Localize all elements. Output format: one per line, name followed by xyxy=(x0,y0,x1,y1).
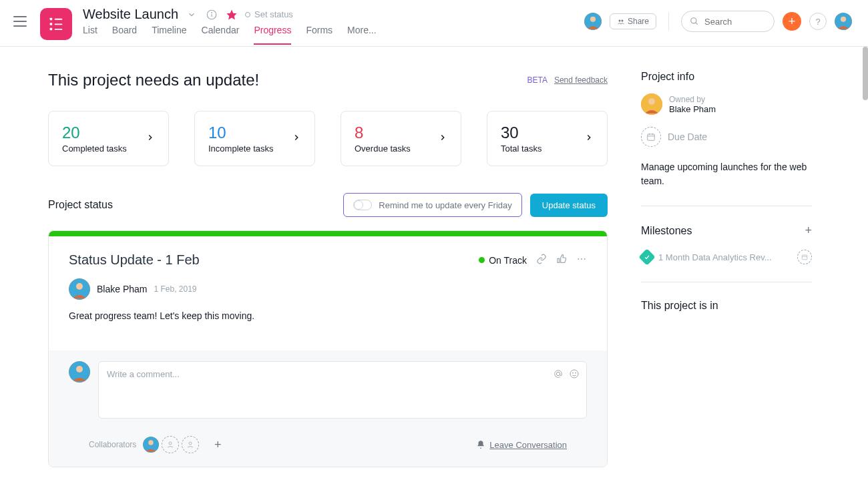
remind-toggle[interactable] xyxy=(353,200,372,210)
svg-point-25 xyxy=(556,372,560,375)
owned-by-label: Owned by xyxy=(669,95,716,104)
tab-more[interactable]: More... xyxy=(347,25,377,45)
tab-board[interactable]: Board xyxy=(112,25,137,45)
stat-incomplete[interactable]: 10Incomplete tasks xyxy=(194,111,315,166)
svg-point-11 xyxy=(590,17,596,22)
owner-name: Blake Pham xyxy=(669,104,716,114)
project-tabs: List Board Timeline Calendar Progress Fo… xyxy=(83,25,584,45)
svg-rect-2 xyxy=(50,23,53,25)
svg-point-13 xyxy=(621,20,623,22)
collaborators-row: Collaborators + Leave Conversation xyxy=(69,429,587,453)
svg-point-31 xyxy=(169,442,172,445)
svg-line-15 xyxy=(696,23,698,25)
empty-collaborator-icon[interactable] xyxy=(162,436,179,453)
stat-completed[interactable]: 20Completed tasks xyxy=(48,111,169,166)
project-info-title: Project info xyxy=(641,71,812,83)
status-head: Project status Remind me to update every… xyxy=(48,193,608,217)
info-icon[interactable] xyxy=(205,8,218,21)
svg-rect-39 xyxy=(802,255,807,260)
search-field[interactable] xyxy=(704,17,765,27)
svg-point-30 xyxy=(149,440,154,445)
user-avatar[interactable] xyxy=(835,13,852,30)
due-date-row[interactable]: Due Date xyxy=(641,127,812,147)
commenter-avatar[interactable] xyxy=(69,361,90,383)
owner-row[interactable]: Owned by Blake Pham xyxy=(641,93,812,115)
title-area: Website Launch Set status List Board Tim… xyxy=(83,7,584,45)
svg-rect-5 xyxy=(55,29,63,30)
thumbs-up-icon[interactable] xyxy=(556,254,567,266)
svg-point-27 xyxy=(572,373,573,373)
svg-point-20 xyxy=(584,258,586,260)
add-collaborator-button[interactable]: + xyxy=(210,437,226,453)
add-milestone-button[interactable]: + xyxy=(805,224,812,238)
stats-row: 20Completed tasks 10Incomplete tasks 8Ov… xyxy=(48,111,608,166)
status-card: Status Update - 1 Feb On Track Blake Pha… xyxy=(48,230,608,467)
mention-icon[interactable] xyxy=(553,369,564,381)
status-state: On Track xyxy=(479,255,527,266)
share-button[interactable]: Share xyxy=(610,13,656,29)
separator xyxy=(668,12,669,31)
search-input[interactable] xyxy=(681,11,775,32)
beta-badge: BETA xyxy=(527,75,547,85)
project-in-title: This project is in xyxy=(641,300,812,312)
add-button[interactable]: + xyxy=(783,12,801,31)
svg-point-12 xyxy=(618,20,620,22)
menu-toggle-icon[interactable] xyxy=(13,16,27,27)
svg-rect-1 xyxy=(55,19,63,20)
svg-rect-3 xyxy=(55,23,63,25)
empty-collaborator-icon[interactable] xyxy=(182,436,199,453)
author-date: 1 Feb, 2019 xyxy=(154,284,196,294)
status-body-text: Great progress team! Let's keep this mov… xyxy=(69,310,587,321)
star-icon[interactable] xyxy=(225,8,238,21)
member-avatar[interactable] xyxy=(584,13,602,30)
svg-rect-4 xyxy=(50,28,53,31)
divider xyxy=(641,282,812,282)
svg-point-28 xyxy=(575,373,576,373)
project-description[interactable]: Manage upcoming launches for the web tea… xyxy=(641,160,812,188)
chevron-right-icon xyxy=(438,133,447,144)
author-name: Blake Pham xyxy=(97,284,147,294)
update-status-button[interactable]: Update status xyxy=(530,194,608,217)
leave-conversation-button[interactable]: Leave Conversation xyxy=(476,440,567,450)
beta-feedback: BETA Send feedback xyxy=(527,75,608,85)
svg-point-22 xyxy=(76,283,83,290)
project-icon[interactable] xyxy=(40,8,72,40)
comment-input[interactable]: Write a comment... xyxy=(98,361,587,419)
due-date-label: Due Date xyxy=(668,132,707,142)
calendar-icon xyxy=(641,127,661,147)
tab-timeline[interactable]: Timeline xyxy=(152,25,186,45)
chevron-right-icon xyxy=(146,133,155,144)
remind-label: Remind me to update every Friday xyxy=(379,200,511,210)
scrollbar[interactable] xyxy=(863,47,868,100)
tab-calendar[interactable]: Calendar xyxy=(202,25,240,45)
bell-icon xyxy=(476,440,485,449)
collaborator-avatar[interactable] xyxy=(143,437,159,453)
status-update-title: Status Update - 1 Feb xyxy=(69,252,200,268)
divider xyxy=(641,206,812,206)
milestone-due-icon[interactable] xyxy=(797,250,812,264)
svg-point-24 xyxy=(76,366,83,373)
stat-overdue[interactable]: 8Overdue tasks xyxy=(341,111,461,166)
main-content: This project needs an update! BETA Send … xyxy=(40,47,828,467)
page-head: This project needs an update! BETA Send … xyxy=(48,71,608,89)
page-heading: This project needs an update! xyxy=(48,71,259,89)
svg-point-26 xyxy=(570,370,578,378)
owner-avatar xyxy=(641,93,662,115)
tab-forms[interactable]: Forms xyxy=(306,25,333,45)
svg-point-19 xyxy=(581,258,582,260)
chevron-down-icon[interactable] xyxy=(185,8,198,21)
milestone-item[interactable]: 1 Month Data Analytics Rev... xyxy=(641,250,812,264)
project-title[interactable]: Website Launch xyxy=(83,7,178,22)
tab-progress[interactable]: Progress xyxy=(254,25,291,45)
set-status-button[interactable]: Set status xyxy=(245,9,293,19)
emoji-icon[interactable] xyxy=(569,369,580,381)
app-header: Website Launch Set status List Board Tim… xyxy=(0,0,868,47)
chevron-right-icon xyxy=(584,133,594,144)
help-button[interactable]: ? xyxy=(809,13,827,30)
send-feedback-link[interactable]: Send feedback xyxy=(554,75,608,85)
author-avatar[interactable] xyxy=(69,278,90,300)
tab-list[interactable]: List xyxy=(83,25,97,45)
stat-total[interactable]: 30Total tasks xyxy=(487,111,608,166)
link-icon[interactable] xyxy=(536,254,547,266)
more-icon[interactable] xyxy=(576,254,587,266)
